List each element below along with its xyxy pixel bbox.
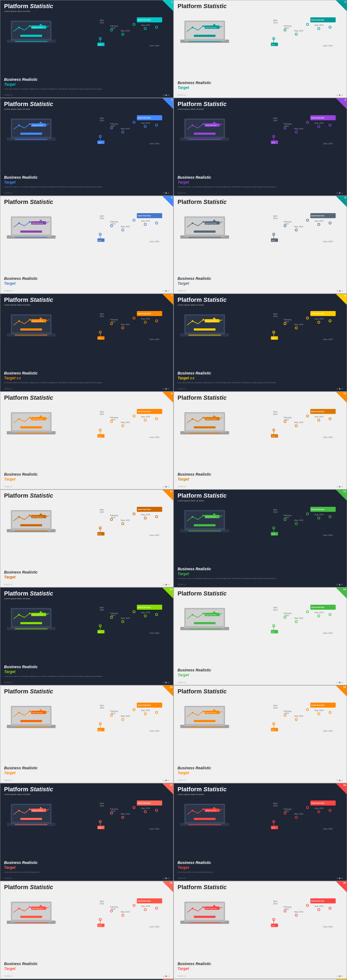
svg-point-118: [40, 220, 41, 221]
svg-point-62: [40, 122, 41, 123]
svg-point-386: [306, 611, 309, 613]
slide-8: 8 Platform Statistic Lorem ipsum dolor s…: [174, 294, 347, 391]
slide-21: 21 Platform Statistic Lorem ipsum dolor …: [0, 979, 174, 980]
svg-point-470: [133, 807, 135, 809]
svg-point-32: [192, 27, 193, 28]
business-label-10: Business Realistic Target: [178, 472, 343, 482]
badge-num-16: 16: [343, 686, 346, 689]
dot2: [339, 486, 341, 488]
badge-num-4: 4: [345, 99, 346, 101]
svg-point-554: [306, 904, 309, 907]
svg-text:2015: 2015: [273, 217, 278, 220]
badge-num-1: 1: [171, 1, 172, 3]
svg-text:Aug, 2015: Aug, 2015: [314, 905, 323, 907]
svg-point-117: [29, 221, 31, 223]
dot1: [163, 94, 164, 96]
svg-point-116: [18, 222, 20, 224]
svg-rect-31: [188, 41, 221, 42]
dot3: [168, 388, 169, 390]
svg-point-313: [202, 515, 204, 516]
svg-text:June, 2015: June, 2015: [150, 142, 159, 145]
svg-point-191: [144, 321, 146, 323]
footer-dots-8: [336, 388, 343, 390]
svg-text:2015: 2015: [273, 119, 278, 122]
svg-point-302: [133, 513, 135, 515]
svg-text:2015: 2015: [98, 240, 101, 241]
body-text-4: Lorem ipsum dolor sit, consectetur adipi…: [178, 186, 343, 188]
svg-text:Insert text here: Insert text here: [32, 222, 43, 224]
svg-text:May, 2015: May, 2015: [294, 225, 303, 228]
svg-text:2015: 2015: [273, 413, 278, 415]
slide-title-19: Platform Statistic: [4, 884, 53, 891]
chart-4: Insert text here April, 2015 February, 2…: [268, 109, 341, 153]
bottom-text-7: Business Realistic Target 0 0 Lorem ipsu…: [4, 371, 169, 384]
dot3: [341, 388, 343, 390]
badge-num-17: 17: [170, 784, 172, 786]
dot3: [341, 878, 343, 879]
svg-text:May, 2015: May, 2015: [294, 813, 303, 815]
svg-point-77: [122, 131, 124, 133]
svg-point-144: [192, 222, 193, 224]
bottom-text-1: Business Realistic Target Lorem ipsum do…: [4, 77, 169, 90]
svg-text:Insert text here: Insert text here: [138, 508, 151, 510]
svg-text:June, 2015: June, 2015: [323, 632, 333, 634]
svg-point-90: [213, 122, 215, 123]
dot1: [336, 388, 338, 390]
svg-text:May, 2015: May, 2015: [121, 715, 130, 717]
dot1: [336, 878, 338, 879]
chart-19: Insert text here April, 2015 February, 2…: [95, 892, 168, 935]
svg-text:2015: 2015: [100, 609, 104, 611]
svg-point-497: [295, 816, 298, 818]
bottom-text-18: Business Realistic Target Lorem ipsum do…: [178, 860, 343, 873]
dot3: [341, 975, 343, 977]
svg-point-415: [144, 713, 146, 715]
svg-point-387: [318, 615, 320, 617]
svg-text:Insert text here: Insert text here: [311, 313, 325, 315]
footer-dots-18: [336, 878, 343, 879]
svg-point-245: [122, 425, 124, 427]
badge-num-8: 8: [345, 294, 346, 297]
svg-point-79: [144, 125, 146, 127]
svg-point-388: [329, 613, 331, 616]
dot3: [341, 290, 343, 292]
dot3: [168, 290, 169, 292]
svg-point-5: [29, 25, 31, 27]
svg-point-426: [213, 709, 215, 711]
badge-num-7: 7: [171, 294, 172, 297]
svg-text:2015: 2015: [271, 436, 275, 437]
svg-rect-427: [194, 720, 215, 722]
bottom-text-19: Business Realistic Target: [4, 961, 169, 971]
dot3: [341, 682, 343, 683]
svg-rect-227: [15, 433, 48, 434]
svg-text:June, 2015: June, 2015: [150, 926, 159, 928]
svg-point-397: [29, 710, 31, 712]
svg-point-201: [202, 319, 204, 321]
svg-point-145: [202, 221, 204, 223]
svg-text:2015: 2015: [273, 511, 278, 513]
dot2: [339, 192, 341, 194]
slide-5: 5 Platform Statistic: [0, 196, 174, 294]
svg-text:2015: 2015: [98, 44, 101, 46]
svg-text:June, 2015: June, 2015: [323, 240, 333, 243]
target-label-7: Target: [4, 376, 16, 380]
svg-rect-367: [188, 628, 221, 629]
slide-4: 4 Platform Statistic Lorem ipsum dolor s…: [174, 98, 347, 196]
svg-text:Insert text here: Insert text here: [205, 810, 216, 811]
badge-num-20: 20: [343, 882, 346, 884]
svg-rect-423: [188, 726, 221, 727]
svg-point-190: [133, 317, 135, 319]
chart-9: Insert text here April, 2015 February, 2…: [95, 402, 168, 446]
footer-dots-12: [336, 584, 343, 585]
body-text-7: Lorem ipsum dolor sit, consectetur adipi…: [4, 382, 169, 384]
bottom-text-11: Business Realistic Target: [4, 570, 169, 579]
svg-rect-451: [15, 824, 48, 825]
svg-text:Insert text here: Insert text here: [311, 704, 325, 706]
svg-rect-455: [20, 818, 42, 820]
svg-text:Insert text here: Insert text here: [138, 215, 151, 217]
footer-left-1: 01/002 v2: [4, 94, 13, 96]
svg-text:June, 2015: June, 2015: [323, 534, 333, 536]
svg-text:2015: 2015: [100, 511, 104, 513]
svg-text:June, 2015: June, 2015: [150, 45, 159, 47]
svg-rect-35: [194, 35, 215, 37]
svg-rect-91: [194, 133, 215, 135]
